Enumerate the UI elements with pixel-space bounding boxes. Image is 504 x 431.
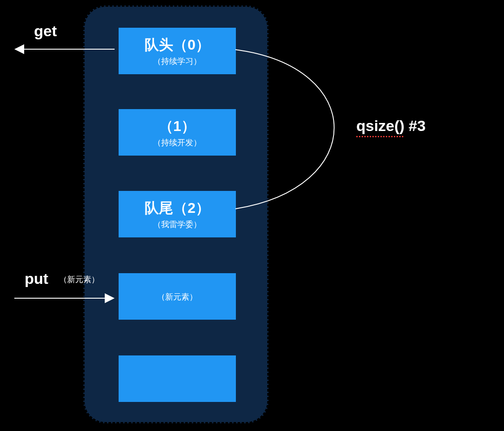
- queue-box-1: （1） （持续开发）: [119, 109, 236, 156]
- box-subtitle: （持续学习）: [153, 56, 201, 67]
- box-title: （1）: [159, 117, 196, 136]
- qsize-label: qsize() #3: [356, 117, 426, 135]
- qsize-underline-icon: [356, 136, 403, 137]
- get-label: get: [34, 22, 57, 40]
- queue-box-tail: 队尾（2） （我雷学委）: [119, 191, 236, 237]
- get-arrow-icon: [16, 49, 115, 50]
- box-title: 队头（0）: [145, 35, 210, 55]
- box-subtitle: （新元素）: [157, 292, 197, 302]
- put-label: put: [25, 270, 48, 287]
- put-sublabel: （新元素）: [59, 274, 99, 285]
- queue-box-empty: [119, 355, 236, 402]
- box-title: 队尾（2）: [145, 199, 210, 218]
- queue-container: 队头（0） （持续学习） （1） （持续开发） 队尾（2） （我雷学委） （新元…: [83, 5, 269, 423]
- put-arrow-icon: [14, 298, 113, 299]
- queue-box-head: 队头（0） （持续学习）: [119, 28, 236, 74]
- queue-box-new: （新元素）: [119, 273, 236, 320]
- box-subtitle: （我雷学委）: [153, 219, 201, 230]
- box-subtitle: （持续开发）: [153, 137, 201, 148]
